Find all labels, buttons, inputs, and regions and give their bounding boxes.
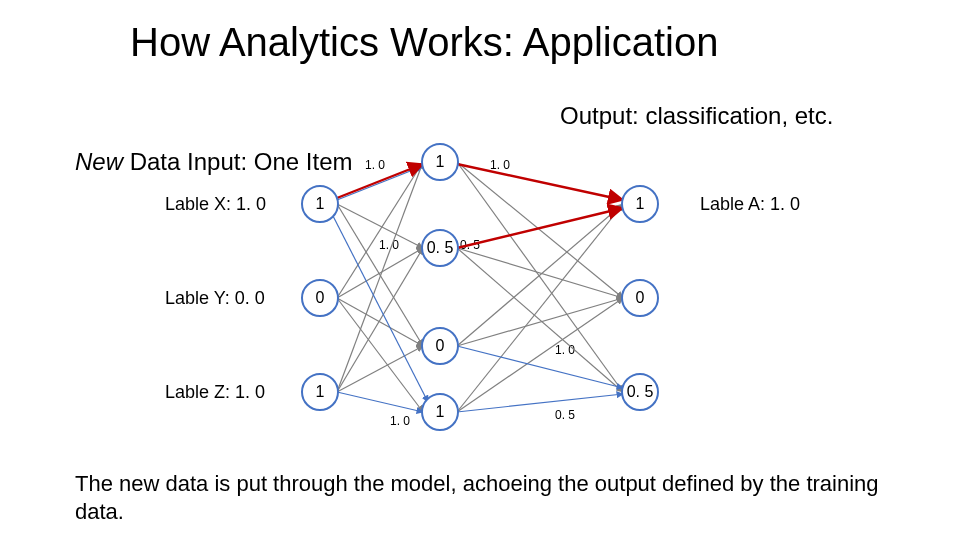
svg-line-24: [457, 208, 623, 248]
edges-red: [337, 164, 623, 248]
svg-line-14: [457, 298, 623, 346]
svg-line-22: [337, 164, 423, 198]
output-nodes: 1 0 0. 5: [622, 186, 658, 410]
node-in-x: 1: [316, 195, 325, 212]
edges-hidden-output: [457, 162, 623, 412]
edges-input-hidden: [337, 162, 423, 412]
node-in-y: 0: [316, 289, 325, 306]
footer-text: The new data is put through the model, a…: [75, 470, 900, 525]
node-h2: 0. 5: [427, 239, 454, 256]
svg-line-11: [457, 248, 623, 298]
hidden-nodes: 1 0. 5 0 1: [422, 144, 458, 430]
node-out-b: 0: [636, 289, 645, 306]
svg-line-13: [457, 204, 623, 346]
svg-line-4: [337, 298, 423, 346]
node-h1: 1: [436, 153, 445, 170]
network-diagram: 1 0 1 1 0. 5 0 1 1 0 0. 5: [0, 0, 960, 540]
svg-line-3: [337, 248, 423, 298]
svg-line-21: [457, 394, 623, 412]
input-nodes: 1 0 1: [302, 186, 338, 410]
svg-line-7: [337, 248, 423, 392]
svg-line-16: [457, 298, 623, 412]
node-out-a: 1: [636, 195, 645, 212]
svg-line-15: [457, 204, 623, 412]
svg-line-12: [457, 248, 623, 392]
svg-line-18: [332, 214, 428, 402]
svg-line-1: [337, 204, 423, 346]
node-h3: 0: [436, 337, 445, 354]
node-h4: 1: [436, 403, 445, 420]
node-in-z: 1: [316, 383, 325, 400]
node-out-c: 0. 5: [627, 383, 654, 400]
svg-line-8: [337, 346, 423, 392]
